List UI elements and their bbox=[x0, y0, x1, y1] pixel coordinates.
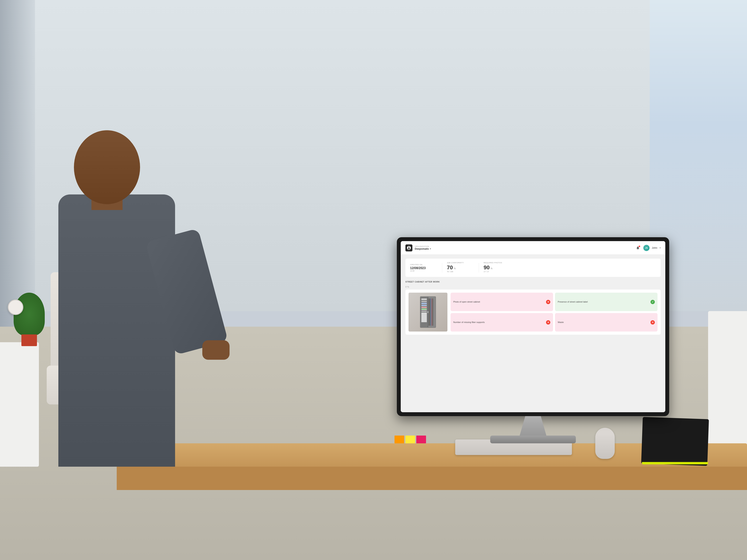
card-photo-open-cabinet-badge-icon: ✕ bbox=[547, 301, 549, 303]
stats-row: CREATED ON 12/08/2023 14:30 JOB CONFORMI… bbox=[405, 259, 661, 277]
card-waste-badge-icon: ✕ bbox=[652, 321, 654, 324]
cabinet-photo-area bbox=[409, 293, 447, 331]
monitor-base bbox=[490, 435, 576, 443]
svg-rect-8 bbox=[421, 306, 427, 308]
desk-front bbox=[117, 466, 747, 490]
notification-badge bbox=[639, 246, 640, 247]
user-menu-chevron[interactable]: ▾ bbox=[660, 247, 661, 249]
card-missing-fiber-badge: ✕ bbox=[546, 320, 550, 324]
card-missing-fiber-badge-icon: ✕ bbox=[547, 321, 549, 324]
content-area: Photo of open street cabinet ✕ Presence … bbox=[405, 290, 661, 335]
job-conformity-label: JOB CONFORMITY bbox=[447, 262, 474, 264]
app-header: ORGANIZATION Deepomatic ▾ bbox=[401, 241, 665, 255]
person bbox=[39, 117, 214, 466]
card-photo-open-cabinet-badge: ✕ bbox=[546, 300, 550, 304]
card-photo-open-cabinet-label: Photo of open street cabinet bbox=[453, 300, 546, 303]
created-on-subtext: 14:30 bbox=[410, 270, 437, 272]
plant-pot bbox=[21, 335, 37, 346]
app-main: CREATED ON 12/08/2023 14:30 JOB CONFORMI… bbox=[401, 255, 665, 412]
created-on-value: 12/08/2023 bbox=[410, 266, 437, 270]
cabinet-photo bbox=[409, 293, 447, 331]
org-section: ORGANIZATION Deepomatic ▾ bbox=[415, 245, 431, 250]
org-chevron-icon: ▾ bbox=[430, 248, 431, 250]
svg-rect-10 bbox=[421, 311, 427, 312]
card-missing-fiber-supports[interactable]: Number of missing fiber supports ✕ bbox=[450, 313, 553, 331]
created-on-label: CREATED ON bbox=[410, 264, 437, 266]
svg-rect-5 bbox=[421, 301, 427, 302]
section-title: STREET CABINET AFTER WORK bbox=[405, 281, 661, 283]
job-conformity-unit: % bbox=[454, 267, 456, 270]
person-body bbox=[58, 194, 175, 466]
card-presence-badge: ✓ bbox=[650, 300, 655, 304]
user-avatar[interactable]: JS bbox=[643, 245, 649, 251]
svg-rect-11 bbox=[421, 313, 427, 322]
notification-button[interactable] bbox=[635, 245, 641, 251]
zero-percent: 0 % bbox=[405, 286, 661, 288]
org-name-text: Deepomatic bbox=[415, 247, 429, 250]
job-conformity-value: 70 bbox=[447, 264, 453, 271]
required-photos-detail: 17 / 17 bbox=[484, 271, 511, 273]
required-photos-value: 90 bbox=[484, 264, 490, 271]
white-cabinet-left bbox=[0, 342, 39, 466]
app-container: ORGANIZATION Deepomatic ▾ bbox=[401, 241, 665, 412]
person-hand bbox=[202, 340, 230, 360]
svg-rect-4 bbox=[421, 298, 427, 300]
org-name[interactable]: Deepomatic ▾ bbox=[415, 247, 431, 250]
monitor-screen: ORGANIZATION Deepomatic ▾ bbox=[401, 241, 665, 412]
svg-rect-9 bbox=[421, 309, 427, 310]
svg-rect-6 bbox=[421, 303, 427, 304]
card-waste-badge: ✕ bbox=[650, 320, 655, 324]
logo-icon bbox=[405, 244, 412, 251]
section-container: STREET CABINET AFTER WORK 0 % bbox=[405, 281, 661, 335]
card-waste[interactable]: Waste ✕ bbox=[555, 313, 658, 331]
job-conformity-value-row: 70 % bbox=[447, 264, 474, 271]
info-cards-grid: Photo of open street cabinet ✕ Presence … bbox=[450, 293, 658, 331]
svg-rect-7 bbox=[421, 305, 427, 306]
svg-rect-19 bbox=[428, 311, 429, 313]
cabinet-illustration bbox=[416, 295, 440, 329]
monitor-body: ORGANIZATION Deepomatic ▾ bbox=[397, 237, 669, 416]
card-presence-badge-icon: ✓ bbox=[652, 301, 654, 303]
job-conformity-detail: 76 / 108 bbox=[447, 271, 474, 273]
card-missing-fiber-label: Number of missing fiber supports bbox=[453, 321, 546, 324]
stat-job-conformity: JOB CONFORMITY 70 % 76 / 108 bbox=[447, 262, 474, 274]
required-photos-value-row: 90 % bbox=[484, 264, 511, 271]
card-waste-label: Waste bbox=[558, 321, 650, 324]
card-presence-label-text: Presence of street cabinet label bbox=[558, 300, 650, 303]
notebook-accent bbox=[642, 462, 708, 464]
stat-required-photos: REQUIRED PHOTOS 90 % 17 / 17 bbox=[484, 262, 511, 274]
wall-clock bbox=[8, 299, 23, 315]
user-name[interactable]: John bbox=[652, 246, 657, 249]
stat-created-on: CREATED ON 12/08/2023 14:30 bbox=[410, 264, 437, 272]
card-presence-street-cabinet-label[interactable]: Presence of street cabinet label ✓ bbox=[555, 293, 658, 311]
required-photos-label: REQUIRED PHOTOS bbox=[484, 262, 511, 264]
header-left: ORGANIZATION Deepomatic ▾ bbox=[405, 244, 431, 251]
required-photos-unit: % bbox=[490, 267, 493, 270]
card-photo-open-cabinet[interactable]: Photo of open street cabinet ✕ bbox=[450, 293, 553, 311]
org-label: ORGANIZATION bbox=[415, 245, 431, 247]
monitor: ORGANIZATION Deepomatic ▾ bbox=[397, 230, 669, 443]
logo-svg bbox=[407, 246, 411, 250]
person-head bbox=[74, 130, 140, 204]
header-right: JS John ▾ bbox=[635, 245, 661, 251]
